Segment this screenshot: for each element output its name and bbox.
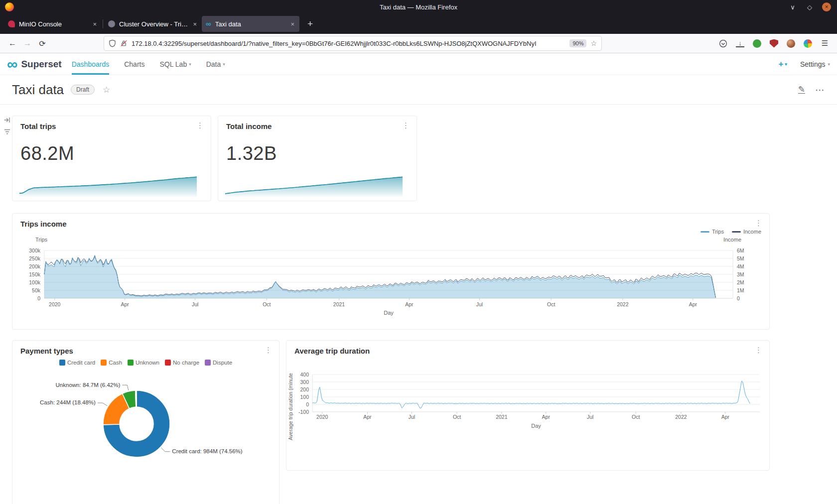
edit-dashboard-icon[interactable]: ✎ [798, 86, 805, 94]
shield-icon[interactable] [109, 39, 116, 47]
chart-options-icon[interactable]: ⋮ [265, 346, 272, 355]
tab-label: Taxi data [215, 20, 286, 28]
chart-options-icon[interactable]: ⋮ [196, 121, 204, 130]
nav-item-sql-lab[interactable]: SQL Lab ▾ [159, 53, 191, 75]
svg-text:Apr: Apr [121, 301, 130, 307]
svg-text:300: 300 [300, 379, 309, 385]
menu-icon[interactable]: ☰ [821, 39, 829, 48]
settings-menu[interactable]: Settings ▾ [800, 60, 830, 68]
pocket-icon[interactable] [719, 39, 727, 48]
profile-avatar[interactable] [787, 39, 795, 48]
svg-text:Jul: Jul [192, 301, 198, 307]
svg-text:Apr: Apr [689, 301, 698, 307]
legend-item-dispute[interactable]: Dispute [205, 360, 232, 366]
svg-text:Cash: 244M (18.48%): Cash: 244M (18.48%) [40, 399, 96, 405]
url-bar[interactable]: 172.18.0.4:32295/superset/dashboard/1/?n… [104, 36, 602, 51]
url-text[interactable]: 172.18.0.4:32295/superset/dashboard/1/?n… [132, 40, 565, 47]
chart-title: Total income [226, 122, 272, 130]
chart-legend: Credit card Cash Unknown No charge Dispu… [12, 360, 279, 366]
ublock-shield-icon[interactable] [770, 39, 778, 48]
legend-swatch [128, 360, 134, 366]
tab-taxi-data[interactable]: ∞ Taxi data × [202, 16, 299, 32]
window-maximize-button[interactable]: ◇ [805, 3, 814, 11]
svg-text:300k: 300k [29, 248, 41, 253]
svg-text:2020: 2020 [49, 301, 61, 307]
legend-item-cash[interactable]: Cash [101, 360, 122, 366]
bookmark-star-icon[interactable]: ☆ [590, 39, 597, 47]
donut-chart[interactable]: Credit card: 984M (74.56%)Cash: 244M (18… [12, 372, 279, 504]
forward-button[interactable]: → [20, 39, 35, 48]
svg-text:200: 200 [300, 386, 309, 392]
svg-text:Jul: Jul [587, 414, 593, 420]
nav-item-data[interactable]: Data ▾ [206, 53, 225, 75]
downloads-icon[interactable]: ↓ [736, 40, 744, 47]
sparkline-chart [225, 174, 403, 197]
zoom-indicator[interactable]: 90% [569, 39, 586, 47]
legend-label: Unknown [136, 360, 159, 366]
svg-text:2022: 2022 [675, 414, 687, 420]
legend-item-no-charge[interactable]: No charge [165, 360, 199, 366]
svg-text:1M: 1M [737, 287, 744, 293]
filter-icon[interactable] [3, 128, 11, 135]
chart-options-icon[interactable]: ⋮ [402, 121, 410, 130]
nav-item-charts[interactable]: Charts [124, 53, 144, 75]
tab-close-icon[interactable]: × [192, 20, 198, 28]
legend-label: Dispute [213, 360, 232, 366]
svg-text:6M: 6M [737, 248, 744, 253]
tab-close-icon[interactable]: × [289, 20, 295, 28]
expand-filter-bar-icon[interactable] [3, 117, 11, 124]
trino-favicon-icon [108, 20, 115, 27]
dashboard-header: Taxi data Draft ☆ ✎ ⋯ [0, 75, 837, 105]
svg-text:Apr: Apr [363, 414, 372, 420]
svg-text:2020: 2020 [316, 414, 328, 420]
filter-bar-collapsed [2, 117, 12, 135]
svg-text:Day: Day [531, 423, 541, 429]
browser-toolbar: ← → ⟳ 172.18.0.4:32295/superset/dashboar… [0, 34, 837, 53]
addon-green-icon[interactable] [753, 39, 761, 48]
window-minimize-button[interactable]: ∨ [788, 3, 797, 11]
chart-card-payment-types: Payment types ⋮ Credit card Cash Unknown [12, 340, 279, 504]
sparkline-chart [19, 174, 197, 197]
svg-text:0: 0 [737, 295, 740, 301]
legend-swatch [101, 360, 107, 366]
window-close-button[interactable]: × [822, 2, 831, 11]
main-nav: Dashboards Charts SQL Lab ▾ Data ▾ [72, 53, 225, 75]
toolbar-icons: ↓ ☰ [719, 39, 829, 48]
svg-text:50k: 50k [32, 287, 41, 293]
reload-button[interactable]: ⟳ [35, 39, 50, 48]
superset-brand[interactable]: ∞ Superset [7, 53, 62, 75]
big-number-value: 1.32B [226, 143, 277, 164]
legend-label: No charge [173, 360, 199, 366]
tab-cluster-overview-trino[interactable]: Cluster Overview - Trino × [104, 16, 202, 32]
tab-minio-console[interactable]: MinIO Console × [4, 16, 102, 32]
svg-text:100: 100 [300, 394, 309, 400]
svg-text:Oct: Oct [453, 414, 461, 420]
chart-card-total-trips: Total trips ⋮ 68.2M [12, 116, 211, 201]
nav-item-label: Data [206, 60, 221, 68]
timeseries-chart[interactable]: 4003002001000-1002020AprJulOct2021AprJul… [293, 341, 769, 470]
plus-icon: + [778, 59, 783, 69]
back-button[interactable]: ← [5, 39, 20, 48]
svg-text:Oct: Oct [547, 301, 555, 307]
svg-text:Jul: Jul [409, 414, 415, 420]
legend-item-credit-card[interactable]: Credit card [59, 360, 95, 366]
legend-swatch [205, 360, 211, 366]
new-item-button[interactable]: + ▾ [778, 59, 787, 69]
svg-text:Oct: Oct [263, 301, 271, 307]
legend-item-unknown[interactable]: Unknown [128, 360, 159, 366]
svg-text:Apr: Apr [542, 414, 551, 420]
svg-text:2022: 2022 [617, 301, 629, 307]
legend-label: Cash [109, 360, 122, 366]
new-tab-button[interactable]: + [304, 18, 316, 29]
window-titlebar: Taxi data — Mozilla Firefox ∨ ◇ × [0, 0, 837, 14]
nav-item-dashboards[interactable]: Dashboards [72, 53, 110, 75]
favorite-star-icon[interactable]: ☆ [103, 85, 110, 95]
svg-text:2021: 2021 [496, 414, 508, 420]
settings-label: Settings [800, 60, 826, 68]
timeseries-chart[interactable]: 300k6M250k5M200k4M150k3M100k2M50k1M00202… [12, 214, 769, 329]
svg-text:Day: Day [384, 310, 394, 316]
dashboard-options-icon[interactable]: ⋯ [815, 84, 825, 96]
addon-colorful-icon[interactable] [804, 39, 812, 48]
chart-card-total-income: Total income ⋮ 1.32B [218, 116, 417, 201]
tab-close-icon[interactable]: × [92, 20, 98, 28]
